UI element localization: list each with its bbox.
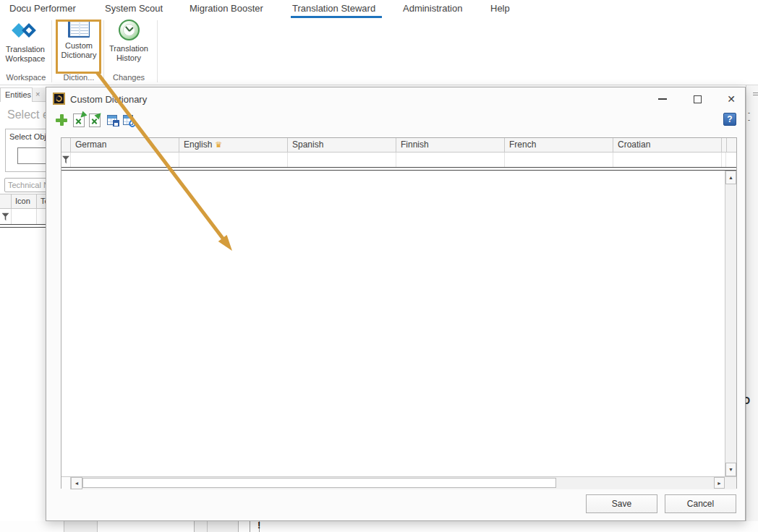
table-save-icon [107,115,117,125]
tab-close-icon[interactable]: × [35,90,40,98]
background-right-dashes: - - [748,109,758,124]
technical-name-field[interactable]: Technical Na [4,178,47,192]
dialog-title: Custom Dictionary [70,94,147,105]
ribbon-group-divider [157,20,158,82]
translation-workspace-button[interactable]: Translation Workspace [1,20,49,64]
maximize-icon [694,95,702,103]
menu-tab-translation-steward[interactable]: Translation Steward [292,3,375,14]
ribbon-group-divider [103,20,104,82]
maximize-button[interactable] [686,90,709,108]
column-header-spanish[interactable]: Spanish [288,138,396,152]
filter-cell-spanish[interactable] [288,153,396,167]
button-label-line2: History [109,53,148,63]
background-table-header: Icon Te [0,194,47,209]
scroll-up-button[interactable]: ▲ [725,171,736,184]
ribbon-separator [0,85,758,85]
key-language-crown-icon: ♛ [215,140,222,149]
app-window: Docu Performer System Scout Migration Bo… [0,0,758,532]
dictionary-grid: German English♛ Spanish Finnish French C… [61,137,737,489]
vertical-scrollbar[interactable]: ▲ ▼ [725,171,736,476]
select-object-header: Select Obj [6,129,46,141]
column-header-german[interactable]: German [71,138,179,152]
cancel-button[interactable]: Cancel [665,494,736,513]
column-header-finnish[interactable]: Finnish [396,138,505,152]
header-icon-column[interactable]: Icon [12,194,37,208]
save-table-button[interactable] [104,112,120,128]
scroll-left-button[interactable]: ◄ [71,477,82,489]
grid-data-area[interactable]: ▲ ▼ [61,171,736,476]
menu-tab-docu-performer[interactable]: Docu Performer [9,3,76,14]
row-indicator-header [61,138,71,152]
background-exclamation: ! [257,520,260,531]
background-filter-row [0,209,47,225]
minimize-button[interactable] [651,90,674,108]
annotation-highlight-box [56,20,101,74]
translation-workspace-icon [12,20,39,41]
ribbon-group-divider [51,20,52,82]
background-bottom-row [0,521,758,532]
filter-cell[interactable] [12,209,37,225]
scrollbar-corner-box [61,477,71,489]
menu-tab-help[interactable]: Help [490,3,510,14]
column-header-english[interactable]: English♛ [179,138,288,152]
filter-cell-english[interactable] [179,153,288,167]
add-icon [55,113,68,126]
excel-export-icon [89,113,101,127]
ribbon-group-dictionary: Diction... [58,73,100,82]
translation-history-button[interactable]: Translation History [106,20,152,63]
ribbon-group-workspace: Workspace [1,73,51,82]
button-label-line1: Translation [6,45,46,54]
filter-cell-french[interactable] [505,153,613,167]
column-header-french[interactable]: French [505,138,613,152]
filter-icon[interactable] [62,155,69,164]
add-entry-button[interactable] [54,112,69,128]
horizontal-scrollbar[interactable]: ◄ ► [61,476,736,489]
background-right-panel [746,85,758,532]
minimize-icon [658,98,667,100]
menu-tab-administration[interactable]: Administration [403,3,462,14]
help-icon: ? [727,114,732,124]
table-refresh-icon [123,115,133,125]
grid-header-row: German English♛ Spanish Finnish French C… [61,138,736,153]
scroll-down-button[interactable]: ▼ [725,463,736,476]
ribbon-group-changes: Changes [106,73,152,82]
button-label-line2: Workspace [6,54,46,64]
dialog-app-icon [53,93,65,105]
scrollbar-corner [725,477,736,489]
row-separator [0,224,47,228]
filler-column-header [722,138,727,152]
header-indicator-cell [0,194,12,208]
export-excel-button[interactable] [87,112,103,128]
filter-cell-croatian[interactable] [613,153,722,167]
refresh-table-button[interactable] [120,112,136,128]
menu-tab-system-scout[interactable]: System Scout [105,3,163,14]
menu-tab-migration-booster[interactable]: Migration Booster [190,3,263,14]
scrollbar-track[interactable]: ► [82,477,725,489]
excel-import-icon [73,113,85,127]
import-excel-button[interactable] [71,112,87,128]
filter-cell-finnish[interactable] [396,153,505,167]
close-button[interactable]: ✕ [719,90,744,108]
filter-cell-german[interactable] [71,153,179,167]
grid-filter-row [61,153,736,167]
button-label-line1: Translation [109,44,148,53]
active-tab-underline [291,16,382,18]
scrollbar-thumb[interactable] [82,478,556,488]
help-button[interactable]: ? [723,113,736,126]
translation-history-icon [119,20,140,40]
column-header-croatian[interactable]: Croatian [613,138,722,152]
custom-dictionary-dialog: Custom Dictionary ✕ ? Ge [46,87,746,521]
save-button[interactable]: Save [586,494,657,513]
object-input-field[interactable] [17,147,47,164]
scroll-right-button[interactable]: ► [714,477,725,489]
tab-entities[interactable]: Entities [0,87,33,102]
select-entities-heading: Select e [7,108,49,121]
filter-icon[interactable] [2,213,9,221]
close-icon: ✕ [727,93,736,105]
